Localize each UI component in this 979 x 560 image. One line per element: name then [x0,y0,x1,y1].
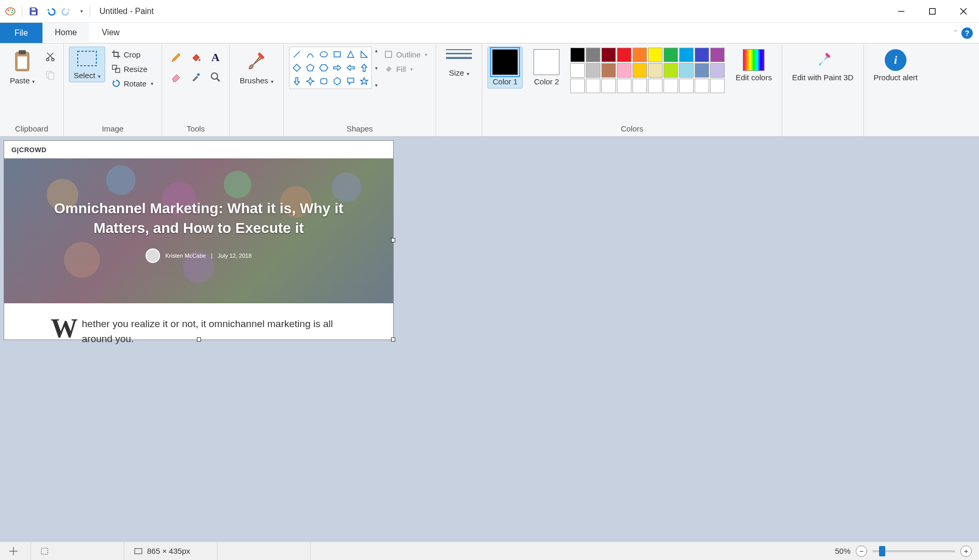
color-swatch[interactable] [710,48,725,62]
color-swatch[interactable] [601,79,616,93]
product-alert-button[interactable]: i Product alert [869,47,923,84]
svg-point-3 [11,9,13,11]
canvas-workspace[interactable]: G|CROWD Omnichannel Marketing: What it i… [0,137,979,541]
shape-arrow-right[interactable] [331,62,343,74]
shape-arrow-up[interactable] [358,62,370,74]
shape-line[interactable] [291,48,303,61]
color-swatch[interactable] [648,63,663,78]
color2-button[interactable]: Color 2 [529,47,564,89]
color-swatch[interactable] [617,48,631,62]
color-swatch[interactable] [570,48,585,62]
color-swatch[interactable] [710,63,725,78]
color-picker-tool[interactable] [187,68,205,86]
color-swatch[interactable] [617,79,631,93]
shapes-expand[interactable]: ▾ [375,82,378,88]
shapes-gallery[interactable] [289,47,372,89]
fill-button[interactable]: Fill ▾ [381,63,431,75]
edit-colors-button[interactable]: Edit colors [731,47,776,84]
resize-button[interactable]: Resize [108,63,156,75]
minimize-button[interactable] [886,0,917,23]
shape-star5[interactable] [358,75,370,87]
shape-curve[interactable] [304,48,316,61]
paste-button[interactable]: Paste ▾ [5,47,39,87]
shape-triangle[interactable] [344,48,357,61]
file-size [218,542,311,560]
color1-button[interactable]: Color 1 [487,47,523,89]
zoom-slider[interactable] [872,550,955,552]
color-swatch[interactable] [679,63,694,78]
color-swatch[interactable] [586,63,600,78]
color-swatch[interactable] [695,79,709,93]
color-swatch[interactable] [617,63,631,78]
zoom-out-button[interactable]: − [856,546,867,557]
color-swatch[interactable] [664,48,678,62]
color-swatch[interactable] [570,79,585,93]
canvas-resize-handle[interactable] [391,337,395,342]
shape-diamond[interactable] [291,62,303,74]
undo-button[interactable] [43,4,57,19]
color-swatch[interactable] [632,79,647,93]
text-tool[interactable]: A [207,49,224,66]
shape-callout[interactable] [344,75,357,87]
color-swatch[interactable] [679,48,694,62]
image-group-label: Image [69,121,156,136]
shape-star4[interactable] [304,75,316,87]
color-swatch[interactable] [679,79,694,93]
shape-rect[interactable] [331,48,343,61]
cut-button[interactable] [42,49,58,64]
color-swatch[interactable] [601,48,616,62]
canvas-resize-handle[interactable] [391,238,395,242]
shape-polygon[interactable] [331,75,343,87]
close-button[interactable] [948,0,979,23]
magnifier-tool[interactable] [207,68,224,86]
help-button[interactable]: ? [961,27,973,39]
copy-button[interactable] [42,67,58,83]
view-tab[interactable]: View [89,23,132,43]
maximize-button[interactable] [917,0,948,23]
color-swatch[interactable] [586,79,600,93]
eraser-tool[interactable] [167,68,185,86]
color-swatch[interactable] [632,48,647,62]
home-tab[interactable]: Home [42,23,90,43]
color-swatch[interactable] [710,79,725,93]
color-swatch[interactable] [648,79,663,93]
shapes-scroll-up[interactable]: ▴ [375,48,378,53]
shape-oval[interactable] [318,48,330,61]
color-swatch[interactable] [648,48,663,62]
shape-hexagon[interactable] [318,62,330,74]
color-swatch[interactable] [664,79,678,93]
paint3d-button[interactable]: Edit with Paint 3D [787,47,858,84]
color-swatch[interactable] [664,63,678,78]
shape-pentagon[interactable] [304,62,316,74]
shape-rounded-rect[interactable] [318,75,330,87]
color-swatch[interactable] [695,48,709,62]
window-title: Untitled - Paint [99,7,154,16]
shapes-scroll-down[interactable]: ▾ [375,65,378,71]
zoom-in-button[interactable]: + [960,546,972,557]
crop-button[interactable]: Crop [108,49,156,60]
color-swatch[interactable] [586,48,600,62]
canvas-resize-handle[interactable] [197,337,201,342]
color-swatch[interactable] [695,63,709,78]
qat-customize[interactable]: ▾ [76,4,85,19]
select-button[interactable]: Select ▾ [69,47,105,82]
save-button[interactable] [26,4,41,19]
outline-button[interactable]: Outline ▾ [381,49,431,60]
shape-arrow-down[interactable] [291,75,303,87]
canvas[interactable]: G|CROWD Omnichannel Marketing: What it i… [4,141,393,340]
color-swatch[interactable] [632,63,647,78]
shape-arrow-left[interactable] [344,62,357,74]
size-button[interactable]: Size ▾ [441,47,477,80]
brushes-button[interactable]: Brushes ▾ [235,47,278,87]
redo-button[interactable] [60,4,74,19]
color-swatch[interactable] [601,63,616,78]
shape-right-triangle[interactable] [358,48,370,61]
file-tab[interactable]: File [0,23,42,43]
rotate-button[interactable]: Rotate ▾ [108,78,156,89]
pencil-tool[interactable] [167,49,185,66]
canvas-content-headline: Omnichannel Marketing: What it is, Why i… [25,199,372,238]
color-swatch[interactable] [570,63,585,78]
fill-tool[interactable] [187,49,205,66]
collapse-ribbon-button[interactable]: ˄ [954,29,957,37]
app-icon[interactable] [3,4,18,19]
